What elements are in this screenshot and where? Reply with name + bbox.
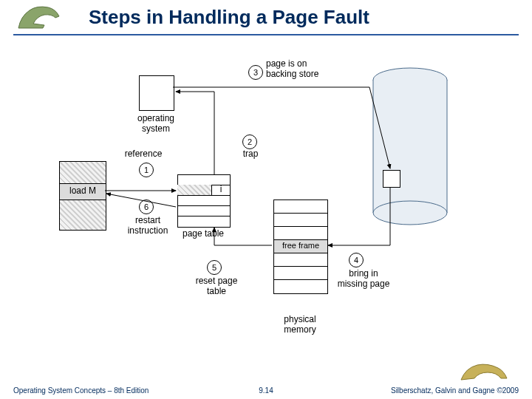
reset-pt-label: reset page table bbox=[191, 276, 242, 297]
backing-page-box bbox=[383, 170, 400, 188]
backing-store-label: page is on backing store bbox=[266, 59, 325, 80]
phys-mem-label: physical memory bbox=[273, 315, 327, 335]
bring-in-label: bring in missing page bbox=[334, 269, 393, 290]
step-5-circle: 5 bbox=[207, 260, 222, 275]
page-fault-diagram: operating system 3 page is on backing st… bbox=[59, 52, 473, 362]
proc-stack-bottom bbox=[59, 200, 106, 231]
svg-point-4 bbox=[373, 201, 447, 225]
dinosaur-logo-bottom bbox=[458, 361, 510, 383]
load-m-label: load M bbox=[60, 186, 106, 197]
frame-1 bbox=[273, 213, 328, 227]
frame-4 bbox=[273, 253, 328, 267]
slide-root: Steps in Handling a Page Fault operating… bbox=[0, 0, 532, 399]
slide-title: Steps in Handling a Page Fault bbox=[89, 6, 369, 29]
load-m-box: load M bbox=[59, 183, 106, 200]
trap-label: trap bbox=[239, 149, 262, 160]
step-3-circle: 3 bbox=[248, 65, 263, 80]
footer-right: Silberschatz, Galvin and Gagne ©2009 bbox=[391, 386, 519, 395]
free-frame-box: free frame bbox=[273, 239, 328, 253]
step-4-circle: 4 bbox=[349, 253, 364, 267]
pt-row-1-left bbox=[177, 185, 212, 195]
page-table-label: page table bbox=[177, 229, 229, 239]
os-box bbox=[139, 75, 174, 111]
title-rule bbox=[13, 34, 519, 35]
pt-row-3 bbox=[177, 205, 231, 216]
pt-row-4 bbox=[177, 216, 231, 228]
dinosaur-logo-top bbox=[15, 3, 66, 31]
backing-store-cylinder bbox=[369, 66, 451, 229]
free-frame-label: free frame bbox=[274, 241, 327, 250]
frame-2 bbox=[273, 226, 328, 240]
frame-6 bbox=[273, 279, 328, 294]
reference-label: reference bbox=[121, 149, 166, 160]
svg-rect-1 bbox=[373, 80, 447, 213]
proc-stack-top bbox=[59, 161, 106, 184]
os-label: operating system bbox=[132, 114, 180, 134]
frame-0 bbox=[273, 200, 328, 214]
pt-row-1: i bbox=[177, 185, 231, 196]
step-6-circle: 6 bbox=[139, 200, 154, 214]
step-1-circle: 1 bbox=[139, 163, 154, 177]
pt-entry-i: i bbox=[212, 185, 230, 195]
step-2-circle: 2 bbox=[242, 134, 257, 149]
restart-label: restart instruction bbox=[124, 216, 171, 236]
frame-5 bbox=[273, 266, 328, 280]
pt-row-0 bbox=[177, 174, 231, 185]
pt-row-2 bbox=[177, 195, 231, 206]
